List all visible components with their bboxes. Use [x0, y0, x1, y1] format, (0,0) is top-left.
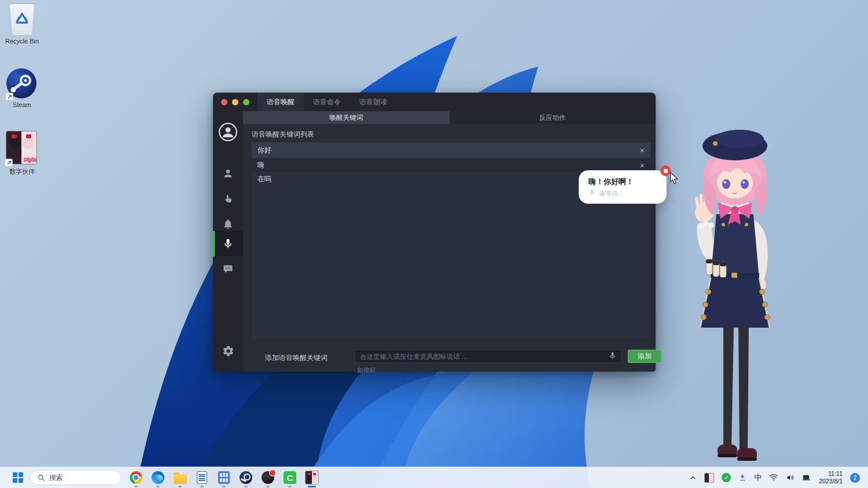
sidebar-item-settings[interactable]	[213, 338, 243, 364]
tab-voice-read[interactable]: 语音朗读	[350, 93, 396, 111]
taskbar-notes-icon[interactable]	[194, 470, 209, 485]
desktop-icon-steam[interactable]: Steam	[1, 68, 43, 108]
taskbar: 搜索 C ✓ 中	[0, 467, 868, 488]
taskbar-clash-icon[interactable]: C	[282, 470, 297, 485]
tray-download-icon[interactable]	[738, 474, 746, 482]
close-window-button[interactable]	[221, 99, 227, 105]
taskbar-edge-icon[interactable]	[150, 470, 165, 485]
anime-character[interactable]	[682, 123, 792, 470]
microphone-icon	[222, 238, 234, 249]
voice-settings-window: 语音唤醒 语音命令 语音朗读	[213, 93, 656, 372]
digital-mate-icon: Digital Mate	[6, 131, 38, 166]
window-main-panel: 唤醒关键词 反应动作 语音唤醒关键词列表 你好 × 嗨 × 在吗 添加语音唤醒关…	[243, 111, 656, 372]
windows-logo-icon	[13, 472, 23, 483]
keyword-text: 你好	[258, 145, 271, 155]
keyword-text: 在吗	[258, 174, 271, 184]
desktop-icon-label: Recycle Bin	[1, 38, 43, 45]
add-keyword-button[interactable]: 添加	[628, 350, 661, 363]
sidebar-item-touch[interactable]	[213, 186, 243, 212]
shortcut-arrow-icon	[5, 159, 13, 167]
taskbar-media-app-icon[interactable]	[260, 470, 275, 485]
minimize-window-button[interactable]	[232, 99, 238, 105]
taskbar-search[interactable]: 搜索	[30, 470, 122, 485]
gear-icon	[222, 345, 234, 357]
start-button[interactable]	[9, 469, 27, 486]
speech-status: 请等待...	[599, 189, 623, 198]
sidebar-item-chat[interactable]	[213, 256, 243, 282]
tab-voice-wake[interactable]: 语音唤醒	[258, 93, 304, 111]
keyword-row[interactable]: 你好 ×	[252, 142, 650, 158]
taskbar-file-explorer-icon[interactable]	[172, 470, 187, 485]
device-icon[interactable]	[802, 474, 811, 482]
desktop-icon-digital-mate[interactable]: Digital Mate 数字伙伴	[1, 131, 43, 176]
taskbar-chrome-icon[interactable]	[128, 470, 144, 485]
keyword-text: 嗨	[258, 160, 264, 170]
window-sidebar	[213, 111, 243, 372]
ime-indicator[interactable]: 中	[754, 472, 762, 483]
notification-badge[interactable]: 2	[850, 473, 860, 483]
clock-time: 11:11	[819, 470, 843, 478]
desktop-icon-recycle-bin[interactable]: Recycle Bin	[1, 3, 43, 45]
window-titlebar[interactable]: 语音唤醒 语音命令 语音朗读	[213, 93, 656, 111]
speech-text: 嗨！你好啊！	[589, 177, 634, 187]
chat-icon	[222, 263, 234, 275]
hand-pointer-icon	[222, 193, 234, 205]
taskbar-clock[interactable]: 11:11 2023/8/1	[819, 470, 843, 485]
volume-icon[interactable]	[786, 474, 795, 482]
character-speech-bubble: 嗨！你好啊！ 请等待...	[579, 170, 667, 204]
tray-security-icon[interactable]: ✓	[722, 473, 731, 482]
tab-voice-command[interactable]: 语音命令	[304, 93, 350, 111]
remove-keyword-icon[interactable]: ×	[639, 161, 645, 170]
input-microphone-icon[interactable]	[608, 351, 617, 360]
bubble-microphone-icon	[589, 189, 595, 196]
maximize-window-button[interactable]	[243, 99, 249, 105]
tray-digital-mate-icon[interactable]	[704, 473, 714, 483]
clock-date: 2023/8/1	[819, 478, 843, 485]
person-icon	[222, 168, 234, 179]
taskbar-calculator-icon[interactable]	[216, 470, 231, 485]
stop-icon	[664, 169, 668, 173]
taskbar-digital-mate-icon[interactable]	[304, 470, 319, 485]
keyword-list-title: 语音唤醒关键词列表	[252, 130, 314, 140]
taskbar-steam-icon[interactable]	[238, 470, 253, 485]
remove-keyword-icon[interactable]: ×	[639, 146, 645, 155]
tray-chevron-up-icon[interactable]	[689, 474, 697, 482]
desktop-icon-label: 数字伙伴	[1, 167, 43, 176]
keyword-input[interactable]	[355, 350, 622, 363]
search-icon	[38, 474, 45, 482]
mouse-cursor	[670, 172, 678, 185]
desktop-icon-label: Steam	[1, 101, 43, 108]
sidebar-item-profile[interactable]	[213, 161, 243, 186]
input-hint: 如你好	[357, 366, 376, 375]
sidebar-item-avatar[interactable]	[213, 118, 243, 146]
add-keyword-label: 添加语音唤醒关键词	[265, 353, 328, 363]
wifi-icon[interactable]	[769, 474, 778, 482]
subtab-wake-keywords[interactable]: 唤醒关键词	[243, 111, 450, 124]
subtab-reactions[interactable]: 反应动作	[450, 111, 656, 124]
window-controls	[213, 93, 258, 111]
avatar-icon	[218, 122, 238, 142]
recycle-bin-icon	[1, 3, 43, 36]
bell-icon	[222, 218, 234, 230]
search-placeholder: 搜索	[49, 473, 63, 483]
shortcut-arrow-icon	[5, 93, 13, 101]
add-keyword-bar: 添加语音唤醒关键词 添加 如你好	[252, 346, 650, 381]
steam-icon	[6, 68, 38, 100]
sidebar-item-voice[interactable]	[213, 231, 243, 256]
